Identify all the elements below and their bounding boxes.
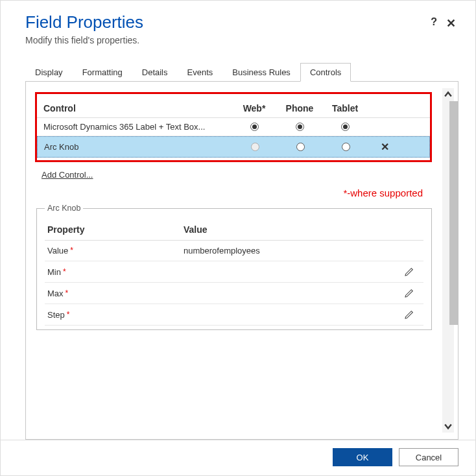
property-value: numberofemployees <box>184 246 398 256</box>
required-icon: * <box>67 310 70 319</box>
col-value: Value <box>184 224 398 235</box>
tab-panel-controls: Control Web* Phone Tablet Microsoft Dyna… <box>25 82 458 440</box>
radio-phone[interactable] <box>296 123 304 131</box>
tab-controls[interactable]: Controls <box>300 63 351 82</box>
radio-web[interactable] <box>250 123 259 131</box>
vertical-scrollbar[interactable] <box>442 88 454 433</box>
scroll-up-icon[interactable] <box>442 88 454 101</box>
tab-display[interactable]: Display <box>25 63 73 82</box>
help-icon[interactable]: ? <box>431 16 437 30</box>
property-name: Value* <box>47 246 184 256</box>
close-icon[interactable]: ✕ <box>446 16 456 30</box>
field-properties-dialog: Field Properties Modify this field's pro… <box>0 0 476 476</box>
edit-icon[interactable] <box>398 267 421 277</box>
dialog-title: Field Properties <box>25 12 431 32</box>
dialog-footer: OK Cancel <box>1 440 475 475</box>
tab-strip: Display Formatting Details Events Busine… <box>25 62 458 82</box>
radio-tablet[interactable] <box>342 143 350 151</box>
control-name: Arc Knob <box>44 142 232 152</box>
property-row-max: Max* <box>45 283 423 304</box>
tab-business-rules[interactable]: Business Rules <box>222 63 300 82</box>
controls-table-highlight: Control Web* Phone Tablet Microsoft Dyna… <box>35 92 432 162</box>
edit-icon[interactable] <box>398 309 421 320</box>
radio-phone[interactable] <box>296 143 305 151</box>
property-name: Max* <box>47 289 184 298</box>
dialog-header: Field Properties Modify this field's pro… <box>1 1 475 51</box>
scroll-down-icon[interactable] <box>442 420 454 433</box>
required-icon: * <box>63 267 66 276</box>
required-icon: * <box>65 289 69 298</box>
properties-legend: Arc Knob <box>45 204 83 213</box>
controls-table-header: Control Web* Phone Tablet <box>37 99 430 118</box>
tab-events[interactable]: Events <box>178 63 223 82</box>
ok-button[interactable]: OK <box>333 448 392 466</box>
property-row-value: Value* numberofemployees <box>45 241 423 261</box>
scroll-thumb[interactable] <box>449 101 458 325</box>
radio-tablet[interactable] <box>341 123 350 131</box>
control-row-default[interactable]: Microsoft Dynamics 365 Label + Text Box.… <box>37 118 430 136</box>
remove-control-icon[interactable]: ✕ <box>368 141 401 153</box>
cancel-button[interactable]: Cancel <box>399 448 458 466</box>
dialog-subtitle: Modify this field's properties. <box>25 35 431 45</box>
add-control-link[interactable]: Add Control... <box>42 170 93 180</box>
control-row-arc-knob[interactable]: Arc Knob ✕ <box>37 136 430 158</box>
col-phone: Phone <box>277 103 322 113</box>
property-row-step: Step* <box>45 304 423 326</box>
control-properties-panel: Arc Knob Property Value Value* numberofe… <box>36 204 432 330</box>
property-name: Step* <box>47 310 184 320</box>
col-tablet: Tablet <box>322 103 368 113</box>
property-name: Min* <box>47 267 184 277</box>
col-web: Web* <box>232 103 277 113</box>
property-row-min: Min* <box>45 261 423 283</box>
control-name: Microsoft Dynamics 365 Label + Text Box.… <box>43 122 232 132</box>
col-property: Property <box>47 224 184 235</box>
col-control: Control <box>43 103 232 113</box>
edit-icon[interactable] <box>398 288 421 298</box>
properties-header: Property Value <box>45 219 423 241</box>
tab-formatting[interactable]: Formatting <box>73 63 132 82</box>
radio-web <box>251 143 259 151</box>
required-icon: * <box>70 246 73 255</box>
tab-details[interactable]: Details <box>132 63 178 82</box>
where-supported-note: *-where supported <box>35 180 436 198</box>
